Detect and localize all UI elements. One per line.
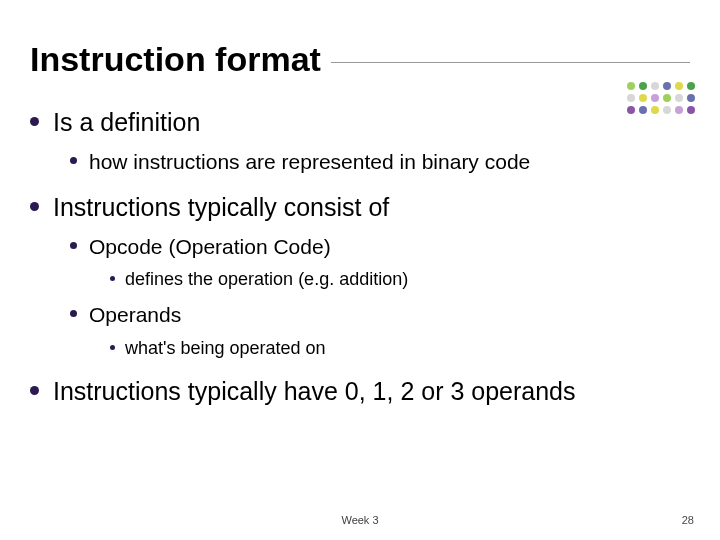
bullet-icon xyxy=(110,345,115,350)
dot-icon xyxy=(663,106,671,114)
dot-icon xyxy=(675,82,683,90)
bullet-text: Operands xyxy=(89,301,181,328)
list-item: defines the operation (e.g. addition) xyxy=(110,268,690,291)
bullet-list: Opcode (Operation Code) defines the oper… xyxy=(70,233,690,360)
page-number: 28 xyxy=(682,514,694,526)
dot-icon xyxy=(663,82,671,90)
dot-icon xyxy=(687,82,695,90)
bullet-icon xyxy=(30,386,39,395)
dot-icon xyxy=(627,82,635,90)
list-item: Is a definition how instructions are rep… xyxy=(30,107,690,176)
bullet-list: what's being operated on xyxy=(110,337,690,360)
dot-icon xyxy=(687,106,695,114)
dot-icon xyxy=(675,94,683,102)
list-item: Operands what's being operated on xyxy=(70,301,690,360)
dot-icon xyxy=(651,94,659,102)
title-divider xyxy=(331,62,690,63)
bullet-icon xyxy=(70,157,77,164)
list-item: what's being operated on xyxy=(110,337,690,360)
bullet-text: Instructions typically have 0, 1, 2 or 3… xyxy=(53,376,576,407)
dot-icon xyxy=(627,106,635,114)
dot-icon xyxy=(651,106,659,114)
list-item: Opcode (Operation Code) defines the oper… xyxy=(70,233,690,292)
list-item: Instructions typically have 0, 1, 2 or 3… xyxy=(30,376,690,407)
bullet-icon xyxy=(70,242,77,249)
bullet-text: defines the operation (e.g. addition) xyxy=(125,268,408,291)
bullet-text: Opcode (Operation Code) xyxy=(89,233,331,260)
bullet-text: what's being operated on xyxy=(125,337,326,360)
slide-title: Instruction format xyxy=(30,40,321,79)
footer-center-label: Week 3 xyxy=(0,514,720,526)
list-item: Instructions typically consist of Opcode… xyxy=(30,192,690,361)
dot-icon xyxy=(639,82,647,90)
decorative-dot-grid xyxy=(627,82,696,115)
bullet-icon xyxy=(30,117,39,126)
dot-icon xyxy=(675,106,683,114)
dot-icon xyxy=(627,94,635,102)
bullet-list: how instructions are represented in bina… xyxy=(70,148,690,175)
bullet-list: defines the operation (e.g. addition) xyxy=(110,268,690,291)
list-item: how instructions are represented in bina… xyxy=(70,148,690,175)
dot-icon xyxy=(639,94,647,102)
bullet-icon xyxy=(30,202,39,211)
bullet-text: Is a definition xyxy=(53,107,200,138)
bullet-icon xyxy=(110,276,115,281)
dot-icon xyxy=(639,106,647,114)
bullet-icon xyxy=(70,310,77,317)
dot-icon xyxy=(651,82,659,90)
bullet-text: how instructions are represented in bina… xyxy=(89,148,530,175)
bullet-list: Is a definition how instructions are rep… xyxy=(30,107,690,407)
dot-icon xyxy=(687,94,695,102)
dot-icon xyxy=(663,94,671,102)
title-row: Instruction format xyxy=(30,40,690,79)
bullet-text: Instructions typically consist of xyxy=(53,192,389,223)
slide: Instruction format Is a definition xyxy=(0,0,720,540)
